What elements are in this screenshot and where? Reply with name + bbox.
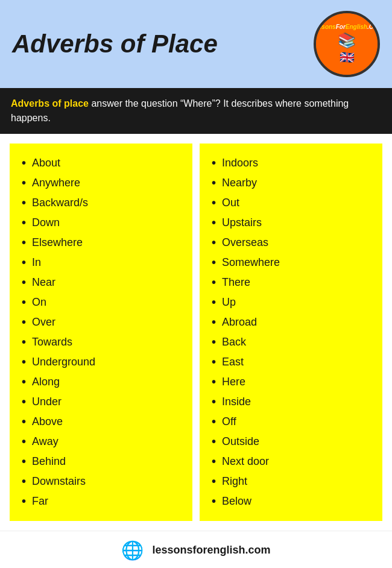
- list-item: Elsewhere: [22, 233, 186, 253]
- logo-flag-icon: 🇬🇧: [340, 50, 355, 65]
- columns-wrapper: AboutAnywhereBackward/sDownElsewhereInNe…: [6, 140, 386, 525]
- list-item: Up: [212, 292, 376, 312]
- list-item: Back: [212, 332, 376, 352]
- list-item: Here: [212, 372, 376, 392]
- list-item: Underground: [22, 352, 186, 372]
- list-item: Away: [22, 432, 186, 452]
- right-list: IndoorsNearbyOutUpstairsOverseasSomewher…: [212, 153, 376, 511]
- list-item: Backward/s: [22, 193, 186, 213]
- logo-text: LessonsForEnglish.Com: [314, 24, 380, 31]
- list-item: Above: [22, 412, 186, 432]
- list-item: Down: [22, 213, 186, 233]
- list-item: East: [212, 352, 376, 372]
- list-item: Upstairs: [212, 213, 376, 233]
- footer: 🌐 lessonsforenglish.com: [0, 531, 392, 567]
- list-item: Off: [212, 412, 376, 432]
- list-item: Abroad: [212, 312, 376, 332]
- list-item: Outside: [212, 432, 376, 452]
- list-item: Anywhere: [22, 173, 186, 193]
- header-section: Adverbs of Place LessonsForEnglish.Com 📚…: [0, 0, 392, 88]
- logo-books-icon: 📚: [338, 32, 356, 49]
- list-item: Inside: [212, 392, 376, 412]
- content-area: AboutAnywhereBackward/sDownElsewhereInNe…: [0, 134, 392, 531]
- list-item: Far: [22, 491, 186, 511]
- list-item: On: [22, 292, 186, 312]
- page-title: Adverbs of Place: [12, 30, 218, 58]
- list-item: In: [22, 253, 186, 273]
- footer-url: lessonsforenglish.com: [152, 544, 270, 557]
- list-item: There: [212, 273, 376, 292]
- globe-icon: 🌐: [121, 540, 144, 561]
- description-highlight: Adverbs of place: [11, 98, 89, 109]
- list-item: Overseas: [212, 233, 376, 253]
- list-item: Over: [22, 312, 186, 332]
- list-item: Towards: [22, 332, 186, 352]
- list-item: Downstairs: [22, 472, 186, 491]
- logo: LessonsForEnglish.Com 📚 🇬🇧: [314, 11, 380, 77]
- list-item: Next door: [212, 452, 376, 472]
- left-column: AboutAnywhereBackward/sDownElsewhereInNe…: [10, 144, 192, 521]
- description-bar: Adverbs of place answer the question “Wh…: [0, 88, 392, 134]
- list-item: Indoors: [212, 153, 376, 173]
- list-item: Right: [212, 472, 376, 491]
- list-item: Nearby: [212, 173, 376, 193]
- list-item: About: [22, 153, 186, 173]
- list-item: Under: [22, 392, 186, 412]
- left-list: AboutAnywhereBackward/sDownElsewhereInNe…: [22, 153, 186, 511]
- list-item: Near: [22, 273, 186, 292]
- list-item: Along: [22, 372, 186, 392]
- right-column: IndoorsNearbyOutUpstairsOverseasSomewher…: [200, 144, 382, 521]
- list-item: Somewhere: [212, 253, 376, 273]
- list-item: Below: [212, 491, 376, 511]
- list-item: Behind: [22, 452, 186, 472]
- list-item: Out: [212, 193, 376, 213]
